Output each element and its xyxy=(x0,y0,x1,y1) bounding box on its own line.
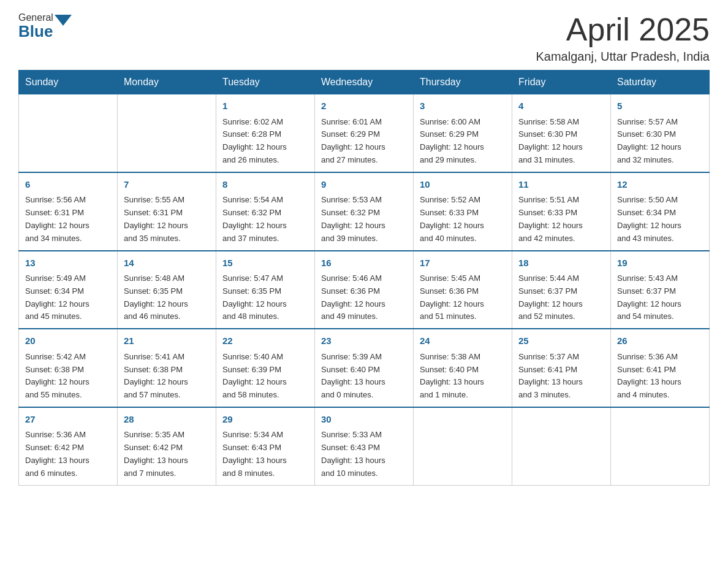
day-info: Sunrise: 5:49 AMSunset: 6:34 PMDaylight:… xyxy=(25,272,111,323)
day-info: Sunrise: 5:46 AMSunset: 6:36 PMDaylight:… xyxy=(321,272,407,323)
day-info: Sunrise: 5:44 AMSunset: 6:37 PMDaylight:… xyxy=(518,272,604,323)
calendar-cell: 20Sunrise: 5:42 AMSunset: 6:38 PMDayligh… xyxy=(19,329,118,407)
day-number: 14 xyxy=(124,256,210,270)
calendar-cell: 7Sunrise: 5:55 AMSunset: 6:31 PMDaylight… xyxy=(118,172,216,251)
day-info: Sunrise: 5:40 AMSunset: 6:39 PMDaylight:… xyxy=(222,351,308,402)
day-number: 22 xyxy=(222,334,308,348)
calendar-cell: 28Sunrise: 5:35 AMSunset: 6:42 PMDayligh… xyxy=(118,407,216,485)
calendar-week-row: 20Sunrise: 5:42 AMSunset: 6:38 PMDayligh… xyxy=(19,329,710,407)
day-info: Sunrise: 6:02 AMSunset: 6:28 PMDaylight:… xyxy=(222,116,308,167)
calendar-table: SundayMondayTuesdayWednesdayThursdayFrid… xyxy=(18,70,710,485)
calendar-cell: 1Sunrise: 6:02 AMSunset: 6:28 PMDaylight… xyxy=(216,94,315,172)
day-number: 10 xyxy=(420,178,506,192)
calendar-week-row: 1Sunrise: 6:02 AMSunset: 6:28 PMDaylight… xyxy=(19,94,710,172)
calendar-cell xyxy=(19,94,118,172)
calendar-header-row: SundayMondayTuesdayWednesdayThursdayFrid… xyxy=(19,71,710,94)
day-header-tuesday: Tuesday xyxy=(216,71,315,94)
day-info: Sunrise: 5:54 AMSunset: 6:32 PMDaylight:… xyxy=(222,194,308,245)
day-number: 12 xyxy=(617,178,703,192)
day-info: Sunrise: 5:34 AMSunset: 6:43 PMDaylight:… xyxy=(222,429,308,480)
logo-blue-text: Blue xyxy=(18,22,53,41)
day-info: Sunrise: 5:47 AMSunset: 6:35 PMDaylight:… xyxy=(222,272,308,323)
calendar-cell: 23Sunrise: 5:39 AMSunset: 6:40 PMDayligh… xyxy=(315,329,414,407)
day-number: 26 xyxy=(617,334,703,348)
day-number: 13 xyxy=(25,256,111,270)
calendar-cell xyxy=(512,407,611,485)
day-number: 11 xyxy=(518,178,604,192)
day-number: 7 xyxy=(124,178,210,192)
day-number: 1 xyxy=(222,99,308,113)
day-number: 30 xyxy=(321,413,407,427)
calendar-cell xyxy=(118,94,216,172)
calendar-week-row: 6Sunrise: 5:56 AMSunset: 6:31 PMDaylight… xyxy=(19,172,710,251)
day-number: 23 xyxy=(321,334,407,348)
day-info: Sunrise: 5:48 AMSunset: 6:35 PMDaylight:… xyxy=(124,272,210,323)
day-header-sunday: Sunday xyxy=(19,71,118,94)
calendar-cell: 26Sunrise: 5:36 AMSunset: 6:41 PMDayligh… xyxy=(611,329,710,407)
day-number: 20 xyxy=(25,334,111,348)
day-info: Sunrise: 5:35 AMSunset: 6:42 PMDaylight:… xyxy=(124,429,210,480)
day-info: Sunrise: 5:37 AMSunset: 6:41 PMDaylight:… xyxy=(518,351,604,402)
day-info: Sunrise: 5:57 AMSunset: 6:30 PMDaylight:… xyxy=(617,116,703,167)
day-info: Sunrise: 5:56 AMSunset: 6:31 PMDaylight:… xyxy=(25,194,111,245)
day-header-monday: Monday xyxy=(118,71,216,94)
day-number: 16 xyxy=(321,256,407,270)
logo-arrow-icon xyxy=(55,15,72,26)
title-section: April 2025 Kamalganj, Uttar Pradesh, Ind… xyxy=(536,12,710,64)
calendar-cell: 9Sunrise: 5:53 AMSunset: 6:32 PMDaylight… xyxy=(315,172,414,251)
calendar-cell: 27Sunrise: 5:36 AMSunset: 6:42 PMDayligh… xyxy=(19,407,118,485)
day-number: 25 xyxy=(518,334,604,348)
day-number: 9 xyxy=(321,178,407,192)
day-header-thursday: Thursday xyxy=(414,71,512,94)
calendar-cell: 6Sunrise: 5:56 AMSunset: 6:31 PMDaylight… xyxy=(19,172,118,251)
day-number: 27 xyxy=(25,413,111,427)
calendar-cell: 16Sunrise: 5:46 AMSunset: 6:36 PMDayligh… xyxy=(315,251,414,329)
calendar-cell: 11Sunrise: 5:51 AMSunset: 6:33 PMDayligh… xyxy=(512,172,611,251)
calendar-cell: 17Sunrise: 5:45 AMSunset: 6:36 PMDayligh… xyxy=(414,251,512,329)
calendar-week-row: 27Sunrise: 5:36 AMSunset: 6:42 PMDayligh… xyxy=(19,407,710,485)
day-number: 18 xyxy=(518,256,604,270)
day-number: 4 xyxy=(518,99,604,113)
calendar-cell: 30Sunrise: 5:33 AMSunset: 6:43 PMDayligh… xyxy=(315,407,414,485)
day-info: Sunrise: 5:42 AMSunset: 6:38 PMDaylight:… xyxy=(25,351,111,402)
calendar-cell: 19Sunrise: 5:43 AMSunset: 6:37 PMDayligh… xyxy=(611,251,710,329)
day-number: 29 xyxy=(222,413,308,427)
day-number: 2 xyxy=(321,99,407,113)
day-number: 21 xyxy=(124,334,210,348)
calendar-cell xyxy=(414,407,512,485)
day-header-friday: Friday xyxy=(512,71,611,94)
calendar-cell: 15Sunrise: 5:47 AMSunset: 6:35 PMDayligh… xyxy=(216,251,315,329)
calendar-cell: 5Sunrise: 5:57 AMSunset: 6:30 PMDaylight… xyxy=(611,94,710,172)
calendar-cell: 21Sunrise: 5:41 AMSunset: 6:38 PMDayligh… xyxy=(118,329,216,407)
day-info: Sunrise: 5:52 AMSunset: 6:33 PMDaylight:… xyxy=(420,194,506,245)
calendar-cell: 18Sunrise: 5:44 AMSunset: 6:37 PMDayligh… xyxy=(512,251,611,329)
calendar-cell xyxy=(611,407,710,485)
day-info: Sunrise: 6:00 AMSunset: 6:29 PMDaylight:… xyxy=(420,116,506,167)
day-number: 15 xyxy=(222,256,308,270)
day-number: 24 xyxy=(420,334,506,348)
day-number: 28 xyxy=(124,413,210,427)
day-info: Sunrise: 5:38 AMSunset: 6:40 PMDaylight:… xyxy=(420,351,506,402)
calendar-cell: 10Sunrise: 5:52 AMSunset: 6:33 PMDayligh… xyxy=(414,172,512,251)
day-info: Sunrise: 5:39 AMSunset: 6:40 PMDaylight:… xyxy=(321,351,407,402)
page-header: General Blue April 2025 Kamalganj, Uttar… xyxy=(18,12,710,64)
day-number: 5 xyxy=(617,99,703,113)
day-info: Sunrise: 5:50 AMSunset: 6:34 PMDaylight:… xyxy=(617,194,703,245)
day-header-saturday: Saturday xyxy=(611,71,710,94)
day-info: Sunrise: 6:01 AMSunset: 6:29 PMDaylight:… xyxy=(321,116,407,167)
day-number: 6 xyxy=(25,178,111,192)
calendar-cell: 2Sunrise: 6:01 AMSunset: 6:29 PMDaylight… xyxy=(315,94,414,172)
day-header-wednesday: Wednesday xyxy=(315,71,414,94)
day-info: Sunrise: 5:43 AMSunset: 6:37 PMDaylight:… xyxy=(617,272,703,323)
day-info: Sunrise: 5:51 AMSunset: 6:33 PMDaylight:… xyxy=(518,194,604,245)
calendar-week-row: 13Sunrise: 5:49 AMSunset: 6:34 PMDayligh… xyxy=(19,251,710,329)
day-info: Sunrise: 5:55 AMSunset: 6:31 PMDaylight:… xyxy=(124,194,210,245)
calendar-cell: 25Sunrise: 5:37 AMSunset: 6:41 PMDayligh… xyxy=(512,329,611,407)
day-number: 19 xyxy=(617,256,703,270)
day-info: Sunrise: 5:58 AMSunset: 6:30 PMDaylight:… xyxy=(518,116,604,167)
calendar-cell: 4Sunrise: 5:58 AMSunset: 6:30 PMDaylight… xyxy=(512,94,611,172)
logo: General Blue xyxy=(18,12,73,41)
calendar-cell: 29Sunrise: 5:34 AMSunset: 6:43 PMDayligh… xyxy=(216,407,315,485)
calendar-cell: 24Sunrise: 5:38 AMSunset: 6:40 PMDayligh… xyxy=(414,329,512,407)
calendar-cell: 14Sunrise: 5:48 AMSunset: 6:35 PMDayligh… xyxy=(118,251,216,329)
